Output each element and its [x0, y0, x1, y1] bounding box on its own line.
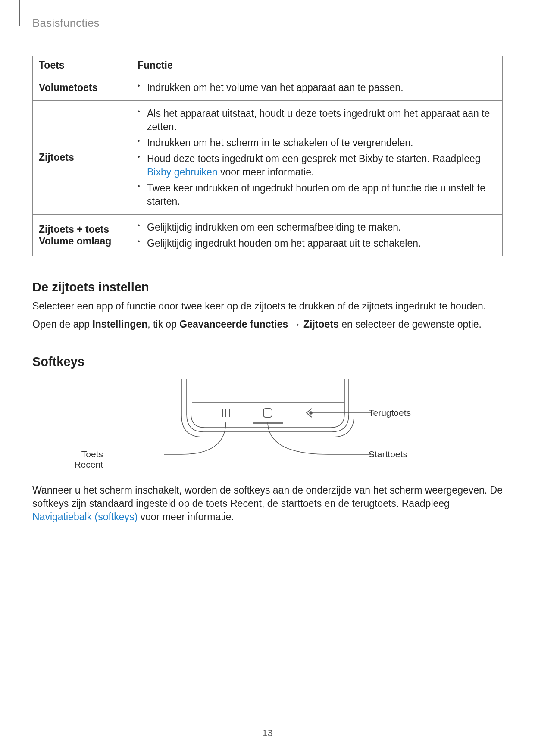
breadcrumb: Basisfuncties — [32, 16, 503, 30]
table-header-functie: Functie — [131, 56, 503, 75]
list-item: Gelijktijdig ingedrukt houden om het app… — [138, 237, 496, 250]
list-item: Houd deze toets ingedrukt om een gesprek… — [138, 152, 496, 179]
heading-zijtoets-instellen: De zijtoets instellen — [32, 280, 503, 294]
page-number: 13 — [0, 728, 535, 739]
table-row: Zijtoets Als het apparaat uitstaat, houd… — [33, 101, 503, 215]
row-label-zijtoets-volume: Zijtoets + toets Volume omlaag — [33, 215, 131, 256]
list-item: Gelijktijdig indrukken om een schermafbe… — [138, 221, 496, 234]
svg-rect-5 — [263, 409, 272, 417]
paragraph: Selecteer een app of functie door twee k… — [32, 300, 503, 313]
header-tab-mark — [19, 0, 26, 26]
keys-table: Toets Functie Volumetoets Indrukken om h… — [32, 56, 503, 256]
link-bixby[interactable]: Bixby gebruiken — [147, 166, 218, 178]
label-recent-key: Toets Recent — [51, 449, 103, 470]
paragraph: Wanneer u het scherm inschakelt, worden … — [32, 484, 503, 524]
list-item: Indrukken om het scherm in te schakelen … — [138, 136, 496, 150]
table-header-toets: Toets — [33, 56, 131, 75]
label-home-key: Starttoets — [369, 449, 407, 459]
row-label-volumetoets: Volumetoets — [33, 75, 131, 101]
table-row: Volumetoets Indrukken om het volume van … — [33, 75, 503, 101]
svg-point-6 — [310, 412, 312, 414]
heading-softkeys: Softkeys — [32, 355, 503, 369]
list-item: Twee keer indrukken of ingedrukt houden … — [138, 181, 496, 208]
list-item: Als het apparaat uitstaat, houdt u deze … — [138, 107, 496, 134]
softkeys-diagram: Terugtoets Starttoets Toets Recent — [32, 377, 503, 480]
table-row: Zijtoets + toets Volume omlaag Gelijktij… — [33, 215, 503, 256]
row-label-zijtoets: Zijtoets — [33, 101, 131, 215]
list-item: Indrukken om het volume van het apparaat… — [138, 81, 496, 94]
label-back-key: Terugtoets — [369, 408, 411, 418]
link-navigatiebalk[interactable]: Navigatiebalk (softkeys) — [32, 511, 138, 522]
paragraph: Open de app Instellingen, tik op Geavanc… — [32, 318, 503, 331]
